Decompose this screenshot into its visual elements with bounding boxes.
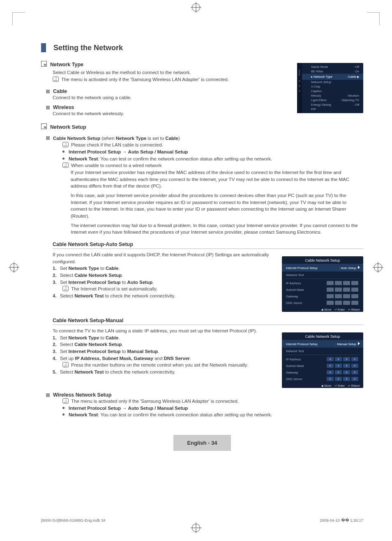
dot-bullet-icon <box>62 407 65 409</box>
paragraph-mac: If your Internet service provider has re… <box>71 169 363 190</box>
cable-desc: Connect to the network using a cable. <box>53 94 292 101</box>
square-bullet-icon <box>46 90 50 93</box>
osd-menu-row: Caption <box>302 89 363 93</box>
osd-menu-row: Game Mode: Off <box>302 65 363 69</box>
square-q-icon <box>41 61 47 67</box>
page-language-number: English - 34 <box>173 435 231 451</box>
paragraph-firewall: The internet connection may fail due to … <box>71 222 363 236</box>
register-mark-icon <box>374 263 382 272</box>
item-wireless-network-setup: Wireless Network Setup <box>46 392 363 398</box>
square-bullet-icon <box>46 136 50 140</box>
register-mark-icon <box>192 524 200 532</box>
subsection-network-type: Network Type <box>41 60 292 67</box>
network-type-desc: Select Cable or Wireless as the method t… <box>53 69 292 76</box>
paragraph-isp: In this case, ask your Internet service … <box>71 192 363 220</box>
dot-bullet-icon <box>62 151 65 153</box>
wireless-desc: Connect to the network wirelessly. <box>53 110 292 117</box>
wireless-note: The menu is activated only if the 'Samsu… <box>62 398 363 405</box>
note-wired-fail: When unable to connect to a wired networ… <box>62 162 363 169</box>
osd-ip-row: DNS Server <box>282 300 363 306</box>
osd-menu-row: Network Setup <box>302 80 363 84</box>
square-bullet-icon <box>46 393 50 397</box>
section-title: Setting the Network <box>53 44 123 52</box>
auto-intro: If you connect the LAN cable and it supp… <box>53 251 277 265</box>
dot-bullet-icon <box>62 158 65 160</box>
manual-step-note: Press the number buttons on the remote c… <box>62 362 277 369</box>
osd-setup-menu: Setup Game Mode: OffBD Wise: On▸ Network… <box>297 63 363 113</box>
osd-menu-row: BD Wise: On <box>302 69 363 74</box>
section-accent-bar <box>41 43 46 52</box>
heading-auto-setup: Cable Network Setup-Auto Setup <box>53 241 363 249</box>
osd-ip-row: IP Address <box>282 280 363 286</box>
square-bullet-icon <box>46 106 50 109</box>
item-cable: Cable <box>46 88 292 94</box>
item-wireless: Wireless <box>46 104 292 110</box>
osd-ip-row: DNS Server0000 <box>282 376 363 382</box>
osd-ip-row: Gateway0000 <box>282 369 363 376</box>
osd-ip-row: IP Address0000 <box>282 356 363 362</box>
manual-step-3: 3.Set Internet Protocol Setup to Manual … <box>53 348 277 355</box>
auto-step-2: 2.Select Cable Network Setup. <box>53 272 277 279</box>
osd-menu-row: PIP <box>302 107 363 111</box>
note-icon <box>53 77 59 82</box>
note-icon <box>62 163 69 168</box>
osd-menu-row: Energy Saving: Off <box>302 102 363 107</box>
osd-menu-row: ▸ Network Type: Cable ▶ <box>302 74 363 80</box>
manual-step-1: 1.Set Network Type to Cable. <box>53 334 277 341</box>
register-mark-icon <box>10 263 18 272</box>
osd-ip-row: Subnet Mask0000 <box>282 362 363 369</box>
note-icon <box>62 142 69 147</box>
osd-cable-manual: Cable Network Setup Internet Protocol Se… <box>282 332 363 388</box>
wireless-test: Network Test: You can test or confirm th… <box>62 411 363 418</box>
note-lan-cable: Please check if the LAN cable is connect… <box>62 142 363 149</box>
osd-menu-row: Melody: Medium <box>302 93 363 98</box>
manual-step-5: 5.Select Network Test to check the netwo… <box>53 369 277 376</box>
footer-timestamp: 2009-04-10 �� 1:26:17 <box>320 518 363 522</box>
network-type-note: The menu is activated only if the 'Samsu… <box>53 76 292 83</box>
note-icon <box>62 398 69 404</box>
note-icon <box>62 362 69 367</box>
footer-filename: [8000-SA]BN68-01988G-Eng.indb 34 <box>41 518 106 522</box>
osd-menu-row: Light Effect: Watching TV <box>302 98 363 102</box>
note-icon <box>62 286 69 291</box>
auto-step-3: 3.Set Internet Protocol Setup to Auto Se… <box>53 279 277 286</box>
manual-step-2: 2.Select Cable Network Setup. <box>53 341 277 348</box>
subsection-network-setup: Network Setup <box>41 123 363 130</box>
osd-arrow-icon <box>299 85 300 87</box>
auto-step-1: 1.Set Network Type to Cable. <box>53 265 277 272</box>
dot-bullet-icon <box>62 413 65 416</box>
manual-intro: To connect the TV to the LAN using a sta… <box>53 327 277 334</box>
heading-manual-setup: Cable Network Setup-Manual <box>53 318 363 325</box>
osd-ip-row: Gateway <box>282 293 363 300</box>
osd-menu-row: V-Chip <box>302 84 363 89</box>
setup-gear-icon <box>299 80 300 82</box>
auto-step-note: The Internet Protocol is set automatical… <box>62 286 277 293</box>
osd-cable-auto: Cable Network Setup Internet Protocol Se… <box>282 256 363 312</box>
register-mark-icon <box>192 3 200 12</box>
crop-mark <box>12 12 25 25</box>
auto-step-4: 4.Select Network Test to check the netwo… <box>53 293 277 300</box>
square-q-icon <box>41 123 47 129</box>
crop-mark <box>367 12 380 25</box>
item-cable-network-setup: Cable Network Setup (when Network Type i… <box>46 135 363 142</box>
arrow-right-icon <box>358 266 360 269</box>
osd-arrow-icon <box>299 90 300 92</box>
manual-step-4: 4.Set up IP Address, Subnet Mask, Gatewa… <box>53 355 277 362</box>
bullet-network-test: Network Test: You can test or confirm th… <box>62 156 363 163</box>
osd-side-label: Setup <box>298 69 301 77</box>
wireless-proto: Internet Protocol Setup → Auto Setup / M… <box>62 405 363 412</box>
bullet-proto: Internet Protocol Setup → Auto Setup / M… <box>62 149 363 156</box>
arrow-right-icon <box>358 342 360 345</box>
osd-ip-row: Subnet Mask <box>282 286 363 293</box>
